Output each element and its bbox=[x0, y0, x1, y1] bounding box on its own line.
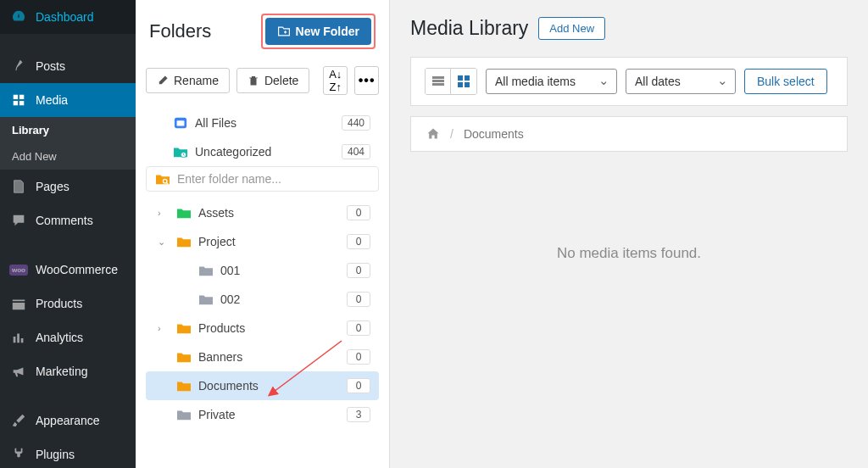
chevron-right-icon[interactable]: › bbox=[158, 208, 170, 218]
svg-rect-0 bbox=[177, 120, 185, 125]
folder-row[interactable]: ›0020 bbox=[146, 285, 379, 314]
nav-analytics[interactable]: Analytics bbox=[0, 320, 136, 354]
folder-icon bbox=[176, 235, 192, 248]
gauge-icon bbox=[10, 8, 27, 25]
folder-row[interactable]: ›Banners0 bbox=[146, 343, 379, 371]
folder-count: 0 bbox=[347, 234, 370, 249]
folder-icon bbox=[176, 350, 192, 364]
folder-row[interactable]: ⌄Project0 bbox=[146, 227, 379, 256]
nav-label: Pages bbox=[36, 180, 70, 193]
folder-row[interactable]: ›Assets0 bbox=[146, 198, 379, 227]
chevron-right-icon[interactable]: › bbox=[158, 323, 170, 333]
media-icon bbox=[10, 92, 27, 109]
pin-icon bbox=[10, 58, 27, 75]
nav-comments[interactable]: Comments bbox=[0, 203, 136, 237]
woo-icon: woo bbox=[10, 261, 27, 278]
breadcrumb: / Documents bbox=[410, 116, 848, 152]
nav-plugins[interactable]: Plugins bbox=[0, 437, 136, 468]
nav-appearance[interactable]: Appearance bbox=[0, 404, 136, 437]
folder-label: Uncategorized bbox=[195, 145, 335, 159]
folders-toolbar: Rename Delete A↓Z↑ ••• bbox=[146, 66, 379, 95]
filter-type-select[interactable]: All media items bbox=[486, 69, 617, 94]
nav-woocommerce[interactable]: wooWooCommerce bbox=[0, 253, 136, 287]
folder-all-files[interactable]: All Files 440 bbox=[146, 109, 379, 137]
products-icon bbox=[10, 295, 27, 312]
nav-products[interactable]: Products bbox=[0, 287, 136, 320]
folder-row[interactable]: ›0010 bbox=[146, 256, 379, 285]
more-button[interactable]: ••• bbox=[354, 66, 379, 95]
nav-dashboard[interactable]: Dashboard bbox=[0, 0, 136, 34]
brush-icon bbox=[10, 412, 27, 429]
page-title: Media Library bbox=[410, 17, 528, 40]
nav-label: Products bbox=[36, 297, 82, 310]
delete-button[interactable]: Delete bbox=[236, 68, 309, 93]
grid-view-button[interactable] bbox=[451, 69, 476, 94]
folder-row[interactable]: ›Documents0 bbox=[146, 371, 379, 400]
nav-media-library[interactable]: Library bbox=[0, 117, 136, 143]
home-icon[interactable] bbox=[426, 127, 440, 141]
breadcrumb-current: Documents bbox=[464, 127, 524, 141]
nav-marketing[interactable]: Marketing bbox=[0, 354, 136, 388]
folder-count: 0 bbox=[347, 378, 370, 393]
new-folder-highlight: New Folder bbox=[261, 14, 376, 49]
folder-icon bbox=[173, 116, 188, 130]
new-folder-input-row[interactable]: Enter folder name... bbox=[146, 166, 379, 192]
list-view-button[interactable] bbox=[426, 69, 451, 94]
folder-list: All Files 440 Uncategorized 404 Enter fo… bbox=[146, 109, 379, 429]
folder-count: 0 bbox=[347, 292, 370, 307]
folder-count: 0 bbox=[347, 263, 370, 278]
megaphone-icon bbox=[10, 363, 27, 380]
nav-label: Plugins bbox=[36, 448, 75, 461]
folder-label: Assets bbox=[198, 206, 340, 220]
folder-label: Private bbox=[198, 408, 340, 421]
new-folder-input[interactable]: Enter folder name... bbox=[177, 172, 370, 186]
folder-count: 440 bbox=[342, 115, 370, 131]
folder-row[interactable]: ›Products0 bbox=[146, 314, 379, 343]
rename-button[interactable]: Rename bbox=[146, 68, 230, 93]
folder-icon bbox=[176, 206, 192, 220]
folder-label: Banners bbox=[198, 350, 340, 364]
plug-icon bbox=[10, 446, 27, 463]
folder-icon bbox=[198, 264, 214, 277]
nav-posts[interactable]: Posts bbox=[0, 49, 136, 83]
nav-label: Marketing bbox=[36, 365, 87, 378]
empty-state: No media items found. bbox=[410, 245, 848, 262]
folder-icon bbox=[176, 379, 192, 393]
folders-panel: Folders New Folder Rename Delete A↓Z↑ ••… bbox=[136, 0, 390, 468]
comment-icon bbox=[10, 212, 27, 229]
nav-media[interactable]: Media bbox=[0, 83, 136, 117]
nav-label: Analytics bbox=[36, 331, 83, 344]
nav-label: Dashboard bbox=[36, 10, 94, 24]
nav-label: WooCommerce bbox=[36, 263, 118, 276]
filter-date-select[interactable]: All dates bbox=[626, 69, 736, 94]
folder-label: 002 bbox=[220, 292, 340, 306]
grid-icon bbox=[457, 75, 470, 88]
folder-uncategorized[interactable]: Uncategorized 404 bbox=[146, 137, 379, 166]
add-new-button[interactable]: Add New bbox=[538, 17, 605, 40]
nav-label: Posts bbox=[36, 59, 65, 73]
nav-label: Media bbox=[36, 93, 68, 107]
folders-title: Folders bbox=[149, 20, 211, 42]
folder-count: 0 bbox=[347, 349, 370, 365]
nav-pages[interactable]: Pages bbox=[0, 170, 136, 203]
folder-count: 0 bbox=[347, 205, 370, 220]
sort-icon: A↓Z↑ bbox=[329, 68, 342, 93]
folder-label: Products bbox=[198, 321, 340, 335]
folder-icon bbox=[173, 145, 188, 159]
folder-count: 404 bbox=[342, 144, 370, 159]
admin-sidebar: Dashboard Posts Media Library Add New Pa… bbox=[0, 0, 136, 468]
folder-label: All Files bbox=[195, 116, 335, 130]
folder-icon bbox=[176, 321, 192, 335]
folder-icon bbox=[176, 408, 192, 421]
folder-row[interactable]: ›Private3 bbox=[146, 400, 379, 429]
new-folder-button[interactable]: New Folder bbox=[265, 18, 371, 45]
chevron-down-icon[interactable]: ⌄ bbox=[158, 237, 170, 248]
trash-icon bbox=[248, 75, 259, 86]
page-icon bbox=[10, 178, 27, 195]
bulk-select-button[interactable]: Bulk select bbox=[744, 69, 827, 94]
folder-plus-icon bbox=[277, 25, 291, 38]
nav-media-add[interactable]: Add New bbox=[0, 143, 136, 170]
media-library-content: Media Library Add New All media items Al… bbox=[390, 0, 868, 468]
folder-icon bbox=[198, 292, 214, 306]
sort-button[interactable]: A↓Z↑ bbox=[323, 66, 348, 95]
